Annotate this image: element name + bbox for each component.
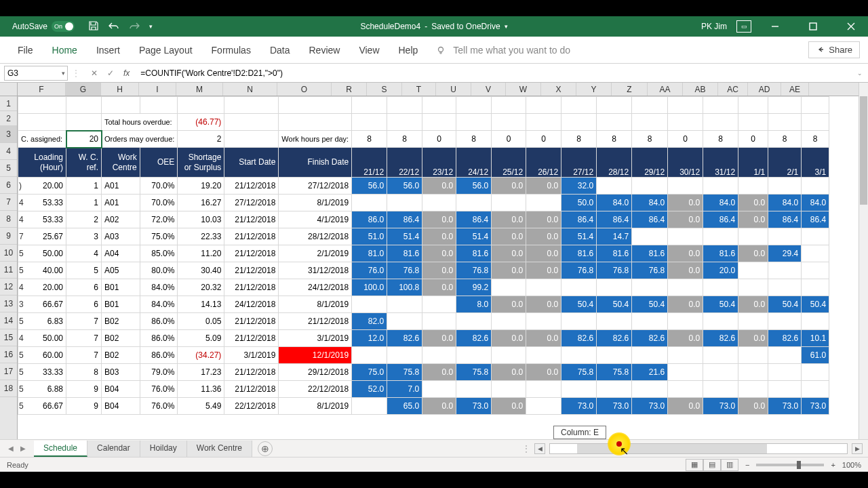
cell[interactable]: A03	[102, 228, 140, 245]
cell[interactable]: 84.0	[802, 195, 829, 211]
cell[interactable]	[703, 114, 738, 131]
cell[interactable]	[279, 114, 352, 131]
cell[interactable]: 51.4	[456, 228, 492, 245]
cell[interactable]: B01	[102, 296, 140, 313]
cell[interactable]: 76.0%	[140, 398, 178, 415]
cell[interactable]: 10.03	[178, 211, 224, 228]
cell[interactable]	[526, 347, 561, 364]
cell[interactable]: 86.4	[703, 211, 738, 228]
cell[interactable]	[352, 347, 387, 364]
cell[interactable]	[802, 114, 829, 131]
cell[interactable]	[738, 114, 768, 131]
cell[interactable]: B02	[102, 330, 140, 347]
cell[interactable]: 29.4	[768, 245, 802, 262]
cell[interactable]: 21/12/2018	[224, 279, 279, 296]
page-layout-button[interactable]: ▤	[703, 459, 721, 471]
cell[interactable]: 100.0	[352, 279, 387, 296]
cell[interactable]: B02	[102, 313, 140, 330]
cell[interactable]: 76.0	[352, 262, 387, 279]
cell[interactable]	[456, 381, 492, 398]
column-header[interactable]: I	[139, 83, 176, 96]
cell[interactable]: 22.33	[178, 228, 224, 245]
cell[interactable]: 86.4	[561, 211, 597, 228]
cell[interactable]: A02	[102, 211, 140, 228]
cell[interactable]: 86.4	[632, 211, 668, 228]
column-header[interactable]: AD	[748, 83, 781, 96]
cell[interactable]: 66.673	[18, 296, 66, 313]
cell[interactable]: 20.32	[178, 279, 224, 296]
column-header[interactable]: N	[223, 83, 277, 96]
cell[interactable]: 0	[668, 131, 703, 148]
row-header[interactable]: 7	[0, 194, 17, 211]
cell[interactable]	[802, 381, 829, 398]
cell[interactable]: 21/12/2018	[224, 228, 279, 245]
cell[interactable]: 3/1/2019	[279, 330, 352, 347]
cell[interactable]: B01	[102, 279, 140, 296]
cell[interactable]	[526, 279, 561, 296]
cell[interactable]: 26/12	[526, 148, 561, 178]
cell[interactable]: (46.77)	[178, 114, 224, 131]
cell[interactable]	[632, 178, 668, 195]
vertical-scrollbar[interactable]	[859, 83, 868, 439]
cell[interactable]	[768, 313, 802, 330]
cell[interactable]: 81.6	[703, 245, 738, 262]
cell[interactable]: 7	[66, 347, 102, 364]
cell[interactable]	[422, 347, 456, 364]
cell[interactable]: 73.0	[456, 398, 492, 415]
scroll-right-button[interactable]: ▶	[852, 443, 863, 454]
cell[interactable]: 81.6	[387, 245, 422, 262]
cell[interactable]	[526, 381, 561, 398]
cell[interactable]	[597, 97, 632, 114]
cell[interactable]: 23/12	[422, 148, 456, 178]
row-header[interactable]: 3	[0, 126, 17, 143]
cell[interactable]: 12.0	[352, 330, 387, 347]
zoom-slider[interactable]	[756, 464, 824, 466]
cell[interactable]: 76.8	[456, 262, 492, 279]
cell[interactable]: 0	[738, 131, 768, 148]
row-header[interactable]: 13	[0, 296, 17, 312]
ribbon-tab-data[interactable]: Data	[260, 37, 300, 63]
cell[interactable]: 82.6	[456, 330, 492, 347]
cell[interactable]: 7.0	[387, 381, 422, 398]
cell[interactable]: 25.677	[18, 228, 66, 245]
cell[interactable]: 6	[66, 279, 102, 296]
cell[interactable]: Total hours overdue:	[102, 114, 178, 131]
cell[interactable]: 81.0	[352, 245, 387, 262]
sheet-tab-work-centre[interactable]: Work Centre	[187, 441, 252, 457]
cell[interactable]: 2	[66, 211, 102, 228]
cell[interactable]: 0.0	[492, 211, 526, 228]
cell[interactable]: 2	[178, 131, 224, 148]
cell[interactable]	[668, 178, 703, 195]
cell[interactable]	[224, 114, 279, 131]
cell[interactable]: 50.4	[703, 296, 738, 313]
cell[interactable]: Start Date	[224, 148, 279, 178]
cell[interactable]: 21/12/2018	[224, 313, 279, 330]
cell[interactable]	[668, 347, 703, 364]
cell[interactable]: 9	[66, 381, 102, 398]
cell[interactable]: 100.8	[387, 279, 422, 296]
cell[interactable]	[703, 364, 738, 381]
cell[interactable]: 21/12	[352, 148, 387, 178]
column-header[interactable]: U	[436, 83, 471, 96]
zoom-in-button[interactable]: +	[831, 461, 835, 469]
cell[interactable]	[561, 97, 597, 114]
cell[interactable]	[526, 114, 561, 131]
cell[interactable]	[561, 381, 597, 398]
cell[interactable]: 0.0	[526, 245, 561, 262]
cell[interactable]: 51.0	[352, 228, 387, 245]
chevron-down-icon[interactable]: ▾	[62, 70, 65, 77]
row-header[interactable]: 14	[0, 312, 17, 329]
cell[interactable]: 20.00)	[18, 178, 66, 195]
cell[interactable]	[802, 245, 829, 262]
column-header[interactable]: S	[367, 83, 402, 96]
cell[interactable]	[387, 313, 422, 330]
cell[interactable]	[561, 279, 597, 296]
cell[interactable]: 0.0	[668, 245, 703, 262]
cell[interactable]	[387, 195, 422, 211]
cell[interactable]: 8/1/2019	[279, 296, 352, 313]
cell[interactable]: 11.20	[178, 245, 224, 262]
cell[interactable]	[738, 228, 768, 245]
cell[interactable]	[456, 347, 492, 364]
tell-me-search[interactable]: Tell me what you want to do	[437, 45, 570, 56]
cell[interactable]	[561, 313, 597, 330]
